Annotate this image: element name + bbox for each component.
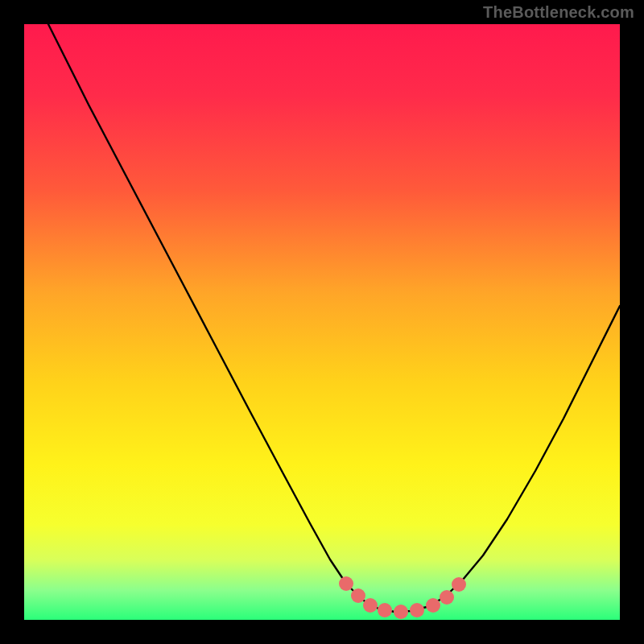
gradient-field xyxy=(24,24,620,620)
marker-dot xyxy=(452,577,466,592)
marker-dot xyxy=(410,603,424,617)
marker-dot xyxy=(339,576,353,591)
chart-stage: TheBottleneck.com xyxy=(0,0,644,644)
plot-svg xyxy=(0,0,644,644)
marker-dot xyxy=(394,605,408,619)
marker-dot xyxy=(426,598,440,613)
marker-dot xyxy=(351,588,365,603)
watermark-text: TheBottleneck.com xyxy=(483,3,634,22)
marker-dot xyxy=(363,598,378,613)
marker-dot xyxy=(378,603,392,617)
marker-dot xyxy=(440,590,454,605)
